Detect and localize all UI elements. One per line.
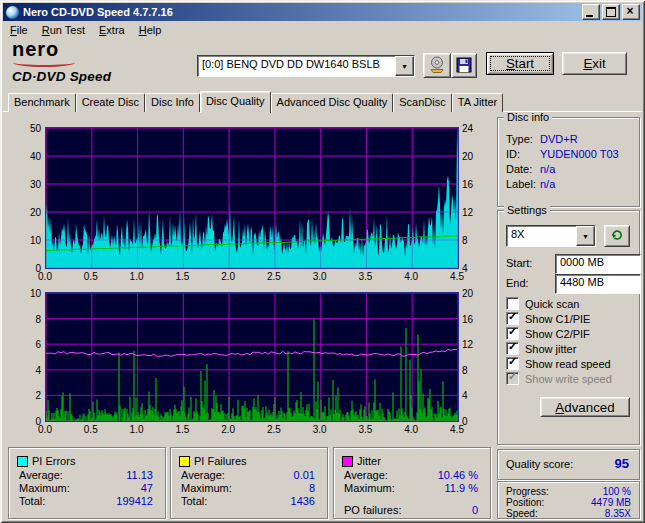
stat-label: Total:	[19, 495, 45, 507]
pi-errors-chart	[45, 127, 459, 269]
tab-ta-jitter[interactable]: TA Jitter	[452, 93, 504, 112]
start-position-input[interactable]: 0000 MB	[555, 254, 641, 274]
disc-label-row: Label: n/a	[506, 178, 633, 190]
stat-row: Average: 10.46 %	[344, 469, 478, 481]
advanced-button[interactable]: Advanced	[540, 397, 630, 417]
axis-tick: 12	[462, 339, 484, 350]
axis-tick: 0	[15, 416, 41, 427]
axis-tick: 1.0	[127, 271, 147, 282]
axis-tick: 4.0	[401, 424, 421, 435]
pi-errors-legend-swatch	[17, 456, 28, 467]
quality-score-panel: Quality score: 95	[497, 449, 640, 480]
menu-extra[interactable]: Extra	[92, 22, 132, 38]
axis-tick: 16	[462, 179, 484, 190]
progress-panel: Progress: 100 % Position: 4479 MB Speed:…	[497, 481, 640, 519]
tab-create-disc[interactable]: Create Disc	[76, 93, 145, 112]
tab-advanced-disc-quality[interactable]: Advanced Disc Quality	[271, 93, 394, 112]
end-position-input[interactable]: 4480 MB	[555, 274, 641, 294]
tab-benchmark[interactable]: Benchmark	[8, 93, 76, 112]
app-icon	[6, 6, 19, 19]
refresh-speed-button[interactable]	[604, 225, 630, 247]
axis-tick: 0.0	[35, 424, 55, 435]
speed-value: 8.35X	[605, 508, 631, 519]
axis-tick: 0.5	[81, 271, 101, 282]
maximize-button[interactable]	[602, 4, 620, 20]
show-c1-pie-checkbox[interactable]: Show C1/PIE	[506, 312, 590, 325]
end-position-label: End:	[506, 277, 529, 289]
progress-label: Progress:	[506, 486, 549, 497]
drive-selector-value: [0:0] BENQ DVD DD DW1640 BSLB	[198, 56, 395, 76]
speed-selector-value: 8X	[507, 226, 576, 246]
disc-info-title: Disc info	[504, 111, 552, 124]
axis-tick: 0	[462, 416, 484, 427]
axis-tick: 10	[15, 235, 41, 246]
axis-tick: 6	[15, 339, 41, 350]
start-button[interactable]: Start	[486, 52, 554, 75]
axis-tick: 8	[462, 365, 484, 376]
checkbox-icon[interactable]	[506, 312, 519, 325]
save-button[interactable]	[451, 53, 477, 78]
quick-scan-checkbox[interactable]: Quick scan	[506, 297, 579, 310]
axis-tick: 4	[15, 365, 41, 376]
axis-tick: 20	[15, 207, 41, 218]
position-label: Position:	[506, 497, 544, 508]
axis-tick: 4	[462, 263, 484, 274]
show-write-speed-checkbox: Show write speed	[506, 372, 612, 385]
checkbox-icon[interactable]	[506, 297, 519, 310]
stat-value: 1436	[291, 495, 315, 507]
pi-failures-title: PI Failures	[194, 455, 247, 467]
menu-run-test[interactable]: Run Test	[35, 22, 92, 38]
axis-tick: 3.0	[310, 271, 330, 282]
disc-date-value: n/a	[540, 163, 555, 175]
po-failures-row: PO failures: 0	[344, 504, 478, 516]
checkbox-icon[interactable]	[506, 327, 519, 340]
disc-label-value: n/a	[540, 178, 555, 190]
chevron-down-icon[interactable]: ▼	[395, 56, 414, 76]
exit-button[interactable]: Exit	[562, 52, 627, 75]
axis-tick: 20	[462, 288, 484, 299]
eject-disc-button[interactable]	[423, 53, 451, 78]
close-button[interactable]: ×	[622, 4, 640, 20]
jitter-title: Jitter	[357, 455, 381, 467]
axis-tick: 4.5	[447, 271, 467, 282]
axis-tick: 10	[15, 288, 41, 299]
disc-label-label: Label:	[506, 178, 540, 190]
checkbox-icon[interactable]	[506, 342, 519, 355]
show-read-speed-checkbox[interactable]: Show read speed	[506, 357, 611, 370]
disc-type-value: DVD+R	[540, 133, 578, 145]
stat-row: Average: 11.13	[19, 469, 153, 481]
axis-tick: 3.0	[310, 424, 330, 435]
pi-failures-panel: PI Failures Average: 0.01 Maximum: 8 Tot…	[170, 447, 328, 519]
axis-tick: 40	[15, 151, 41, 162]
menu-help[interactable]: Help	[132, 22, 169, 38]
minimize-button[interactable]	[582, 4, 600, 20]
drive-selector[interactable]: [0:0] BENQ DVD DD DW1640 BSLB ▼	[197, 55, 415, 77]
quality-score-value: 95	[615, 456, 629, 471]
axis-tick: 4.0	[401, 271, 421, 282]
tab-scandisc[interactable]: ScanDisc	[393, 93, 451, 112]
show-jitter-checkbox[interactable]: Show jitter	[506, 342, 576, 355]
show-c2-pif-checkbox[interactable]: Show C2/PIF	[506, 327, 590, 340]
checkbox-icon[interactable]	[506, 357, 519, 370]
chevron-down-icon[interactable]: ▼	[576, 226, 595, 246]
axis-tick: 2.0	[218, 424, 238, 435]
stat-value: 199412	[116, 495, 153, 507]
tab-disc-quality[interactable]: Disc Quality	[200, 91, 271, 113]
stat-row: Average: 0.01	[181, 469, 315, 481]
stat-row: Maximum: 11.9 %	[344, 482, 478, 494]
axis-tick: 2	[15, 390, 41, 401]
tab-disc-info[interactable]: Disc Info	[145, 93, 200, 112]
stat-value: 11.9 %	[445, 482, 478, 494]
stat-row: Total: 1436	[181, 495, 315, 507]
stat-value: 47	[141, 482, 153, 494]
stat-row: Maximum: 8	[181, 482, 315, 494]
jitter-legend-swatch	[342, 456, 353, 467]
pi-errors-title: PI Errors	[32, 455, 75, 467]
title-bar[interactable]: Nero CD-DVD Speed 4.7.7.16 ×	[3, 3, 642, 21]
nero-brand-text: nero	[12, 40, 182, 58]
speed-selector[interactable]: 8X ▼	[506, 225, 596, 247]
pi-failures-legend-swatch	[179, 456, 190, 467]
minimize-icon	[586, 15, 593, 17]
stat-label: Average:	[19, 469, 63, 481]
menu-file[interactable]: File	[3, 22, 35, 38]
